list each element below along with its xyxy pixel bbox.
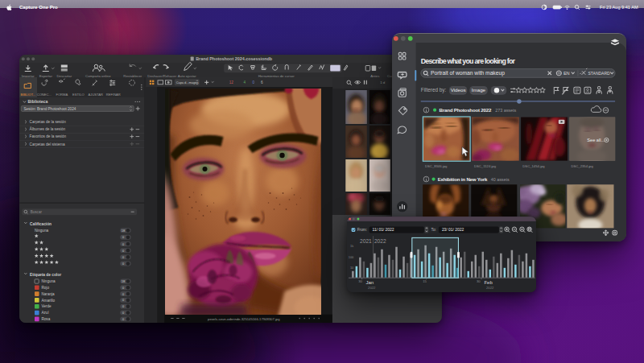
svg-text:Rosa: Rosa xyxy=(42,317,51,321)
svg-text:Auto ajustar: Auto ajustar xyxy=(178,74,196,78)
svg-text:Jan: Jan xyxy=(365,279,374,284)
svg-text:Comparta online: Comparta online xyxy=(85,74,111,78)
svg-text:Portrait of woman with makeup: Portrait of woman with makeup xyxy=(431,70,505,76)
svg-text:273 assets: 273 assets xyxy=(496,108,517,113)
svg-text:15: 15 xyxy=(423,279,427,283)
svg-text:Ninguna: Ninguna xyxy=(42,279,56,283)
svg-text:40 assets: 40 assets xyxy=(491,177,510,182)
svg-text:Exportar: Exportar xyxy=(39,74,53,78)
svg-text:pexels-seun-oderinde-325145166: pexels-seun-oderinde-325145166-17948307.… xyxy=(208,317,280,321)
svg-text:Filtered by:: Filtered by: xyxy=(421,88,447,94)
svg-text:Naranja: Naranja xyxy=(42,292,56,296)
svg-text:0: 0 xyxy=(253,80,255,85)
svg-text:Fri 23 Aug 9:41 AM: Fri 23 Aug 9:41 AM xyxy=(600,5,638,10)
svg-text:Image: Image xyxy=(472,88,486,93)
svg-text:Verde: Verde xyxy=(42,304,52,308)
svg-text:Buscar: Buscar xyxy=(31,210,43,214)
svg-text:DSC_2354.jpg: DSC_2354.jpg xyxy=(572,164,594,168)
svg-text:30: 30 xyxy=(477,279,481,283)
svg-text:Azul: Azul xyxy=(42,311,49,315)
svg-text:Descartar: Descartar xyxy=(57,74,72,78)
svg-text:Ninguna: Ninguna xyxy=(35,229,49,233)
svg-text:Álbumes de la sesión: Álbumes de la sesión xyxy=(30,126,66,131)
svg-text:Feb: Feb xyxy=(484,279,493,284)
svg-text:Amarillo: Amarillo xyxy=(42,299,56,303)
svg-text:DSC_1454.jpg: DSC_1454.jpg xyxy=(523,164,546,168)
svg-text:Videos: Videos xyxy=(451,88,466,93)
svg-text:12: 12 xyxy=(229,80,234,85)
svg-text:Etiqueta de color: Etiqueta de color xyxy=(30,273,61,277)
svg-text:18: 18 xyxy=(122,229,125,233)
svg-text:To:: To: xyxy=(431,228,436,232)
svg-text:Carpetas de la sesión: Carpetas de la sesión xyxy=(30,120,67,124)
svg-text:Carpetas del sistema: Carpetas del sistema xyxy=(30,142,65,146)
svg-text:Deshacer/Rehacer: Deshacer/Rehacer xyxy=(148,74,177,78)
svg-text:Capa d...magen: Capa d...magen xyxy=(176,80,199,85)
svg-text:Sesión: Brand Photoshoot 2024: Sesión: Brand Photoshoot 2024 xyxy=(24,107,76,111)
svg-text:CONEC...: CONEC... xyxy=(37,93,52,97)
svg-text:100: 100 xyxy=(349,254,354,258)
svg-text:30: 30 xyxy=(358,279,362,283)
svg-text:Restablecer: Restablecer xyxy=(124,74,142,78)
svg-text:ESTILO: ESTILO xyxy=(73,93,85,97)
svg-text:Herramientas de cursor: Herramientas de cursor xyxy=(258,74,295,78)
svg-text:2021: 2021 xyxy=(360,238,372,244)
svg-text:BIBLIOT...: BIBLIOT... xyxy=(21,93,36,97)
svg-text:2022: 2022 xyxy=(368,285,376,289)
svg-text:FORMA: FORMA xyxy=(56,93,68,97)
svg-text:Exhibition in New York: Exhibition in New York xyxy=(438,176,488,182)
svg-text:DSC_8346.jpg: DSC_8346.jpg xyxy=(425,164,448,168)
svg-text:18: 18 xyxy=(122,279,125,283)
svg-text:Describe what you are looking: Describe what you are looking for xyxy=(421,57,516,65)
svg-text:Brand Photoshoot 2024.cosessio: Brand Photoshoot 2024.cosessiondb xyxy=(196,56,274,61)
svg-text:From:: From: xyxy=(357,228,368,232)
svg-text:Brand Photoshoot 2022: Brand Photoshoot 2022 xyxy=(440,107,492,113)
svg-text:1 d: 1 d xyxy=(381,80,386,85)
svg-text:6: 6 xyxy=(261,80,263,85)
svg-text:Favoritos de la sesión: Favoritos de la sesión xyxy=(30,134,67,138)
svg-text:STANDARD: STANDARD xyxy=(588,71,611,76)
svg-text:Rojo: Rojo xyxy=(42,286,50,290)
svg-text:23/ 01/ 2022: 23/ 01/ 2022 xyxy=(442,228,464,232)
svg-text:DSC_1124.jpg: DSC_1124.jpg xyxy=(474,164,497,168)
svg-text:EN: EN xyxy=(564,71,570,76)
svg-text:Calificación: Calificación xyxy=(30,222,52,226)
svg-text:See all...: See all... xyxy=(588,138,605,142)
svg-text:AJUSTAR: AJUSTAR xyxy=(89,93,103,97)
svg-text:Biblioteca: Biblioteca xyxy=(28,99,48,104)
svg-text:4: 4 xyxy=(244,80,246,85)
svg-text:REFINAR: REFINAR xyxy=(106,93,121,97)
svg-text:Antes: Antes xyxy=(371,74,380,78)
svg-text:1k: 1k xyxy=(350,244,353,248)
svg-text:11/ 01/ 2022: 11/ 01/ 2022 xyxy=(372,228,394,232)
svg-text:2022: 2022 xyxy=(374,238,386,244)
svg-text:2022: 2022 xyxy=(486,285,494,289)
svg-text:Capture One Pro: Capture One Pro xyxy=(19,5,58,10)
